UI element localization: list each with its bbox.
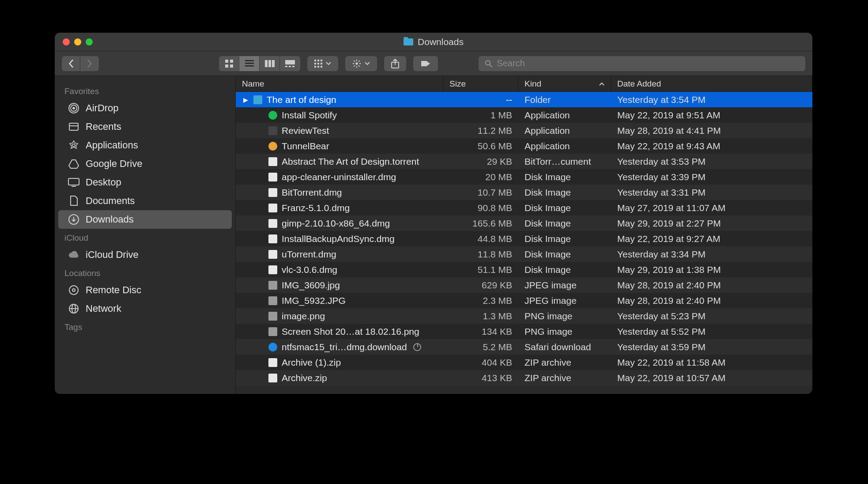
sidebar-item-google-drive[interactable]: Google Drive xyxy=(58,155,232,173)
file-list[interactable]: ▶The art of design--FolderYesterday at 3… xyxy=(236,92,812,394)
sidebar-item-applications[interactable]: Applications xyxy=(58,136,232,155)
columns-icon xyxy=(265,60,275,67)
back-button[interactable] xyxy=(62,56,80,71)
file-name: app-cleaner-uninstaller.dmg xyxy=(282,172,396,182)
arrange-button[interactable] xyxy=(307,56,338,71)
disclosure-triangle-icon[interactable]: ▶ xyxy=(242,96,249,103)
cell-name: ReviewTest xyxy=(236,125,443,136)
cell-size: 1.3 MB xyxy=(443,311,518,321)
svg-point-33 xyxy=(486,60,490,65)
table-row[interactable]: vlc-3.0.6.dmg51.1 MBDisk ImageMay 29, 20… xyxy=(236,262,812,277)
minimize-button[interactable] xyxy=(74,38,81,45)
table-row[interactable]: uTorrent.dmg11.8 MBDisk ImageYesterday a… xyxy=(236,246,812,262)
column-view-button[interactable] xyxy=(260,56,280,71)
table-row[interactable]: Screen Shot 20…at 18.02.16.png134 KBPNG … xyxy=(236,324,812,339)
sidebar-item-desktop[interactable]: Desktop xyxy=(58,173,232,192)
cell-kind: Application xyxy=(518,110,611,121)
cell-size: 404 KB xyxy=(443,357,518,368)
cell-kind: Disk Image xyxy=(518,203,611,213)
sidebar-item-label: Downloads xyxy=(86,214,134,225)
folder-icon xyxy=(404,38,413,45)
sidebar-item-remote-disc[interactable]: Remote Disc xyxy=(58,281,232,299)
table-row[interactable]: ReviewTest11.2 MBApplicationMay 28, 2019… xyxy=(236,123,812,138)
cell-kind: Folder xyxy=(518,95,611,105)
svg-line-29 xyxy=(359,65,360,67)
cell-name: BitTorrent.dmg xyxy=(236,187,443,198)
column-name[interactable]: Name xyxy=(236,76,443,91)
grid-small-icon xyxy=(314,60,322,68)
table-row[interactable]: TunnelBear50.6 MBApplicationMay 22, 2019… xyxy=(236,138,812,154)
document-icon xyxy=(268,173,277,182)
sidebar-item-documents[interactable]: Documents xyxy=(58,192,232,210)
table-row[interactable]: BitTorrent.dmg10.7 MBDisk ImageYesterday… xyxy=(236,185,812,200)
file-name: ReviewTest xyxy=(282,125,329,136)
file-name: ntfsmac15_tri…dmg.download xyxy=(282,342,407,352)
cell-kind: Disk Image xyxy=(518,187,611,198)
table-row[interactable]: ntfsmac15_tri…dmg.download5.2 MBSafari d… xyxy=(236,339,812,355)
cell-date: May 27, 2019 at 11:07 AM xyxy=(611,203,812,213)
icon-view-button[interactable] xyxy=(219,56,239,71)
sidebar-item-label: Documents xyxy=(86,195,135,207)
column-kind[interactable]: Kind xyxy=(518,76,611,91)
tags-button[interactable] xyxy=(413,56,438,71)
document-icon xyxy=(268,204,277,212)
file-name: BitTorrent.dmg xyxy=(282,187,342,198)
column-size[interactable]: Size xyxy=(443,76,518,91)
sidebar-item-icloud-drive[interactable]: iCloud Drive xyxy=(58,246,232,264)
svg-rect-20 xyxy=(314,66,316,68)
action-button[interactable] xyxy=(345,56,377,71)
column-date[interactable]: Date Added xyxy=(611,76,812,91)
cell-date: May 22, 2019 at 11:58 AM xyxy=(611,357,812,368)
table-row[interactable]: Franz-5.1.0.dmg90.8 MBDisk ImageMay 27, … xyxy=(236,200,812,216)
sidebar-item-label: AirDrop xyxy=(86,102,119,114)
sidebar-item-airdrop[interactable]: AirDrop xyxy=(58,99,232,117)
sort-indicator-icon xyxy=(599,82,604,86)
cell-date: Yesterday at 3:31 PM xyxy=(611,187,812,198)
table-row[interactable]: Archive.zip413 KBZIP archiveMay 22, 2019… xyxy=(236,370,812,386)
cell-date: May 22, 2019 at 9:43 AM xyxy=(611,141,812,151)
svg-line-30 xyxy=(354,65,355,67)
gallery-view-button[interactable] xyxy=(280,56,300,71)
list-icon xyxy=(245,60,254,68)
sidebar-item-network[interactable]: Network xyxy=(58,299,232,318)
cell-date: Yesterday at 5:52 PM xyxy=(611,326,812,337)
chevron-right-icon xyxy=(87,60,93,68)
table-row[interactable]: Archive (1).zip404 KBZIP archiveMay 22, … xyxy=(236,355,812,370)
forward-button[interactable] xyxy=(80,56,99,71)
spotify-icon xyxy=(268,111,277,120)
close-button[interactable] xyxy=(63,38,70,45)
cell-size: 50.6 MB xyxy=(443,141,518,151)
table-row[interactable]: IMG_5932.JPG2.3 MBJPEG imageMay 28, 2019… xyxy=(236,293,812,308)
table-row[interactable]: Install Spotify1 MBApplicationMay 22, 20… xyxy=(236,107,812,123)
search-input[interactable] xyxy=(497,58,799,68)
cell-date: May 29, 2019 at 1:38 PM xyxy=(611,265,812,275)
table-row[interactable]: InstallBackupAndSync.dmg44.8 MBDisk Imag… xyxy=(236,231,812,246)
svg-rect-10 xyxy=(285,60,295,64)
cell-date: Yesterday at 3:54 PM xyxy=(611,95,812,105)
svg-point-44 xyxy=(69,286,78,295)
file-name: Archive.zip xyxy=(282,373,327,383)
table-row[interactable]: IMG_3609.jpg629 KBJPEG imageMay 28, 2019… xyxy=(236,277,812,293)
sidebar-item-recents[interactable]: Recents xyxy=(58,117,232,136)
search-field[interactable] xyxy=(479,56,805,71)
maximize-button[interactable] xyxy=(86,38,93,45)
table-row[interactable]: ▶The art of design--FolderYesterday at 3… xyxy=(236,92,812,107)
gallery-icon xyxy=(285,60,295,67)
cell-kind: BitTorr…cument xyxy=(518,156,611,167)
file-name: image.png xyxy=(282,311,325,321)
cell-date: May 28, 2019 at 2:40 PM xyxy=(611,295,812,306)
cell-size: 5.2 MB xyxy=(443,342,518,352)
search-icon xyxy=(485,60,492,68)
list-view-button[interactable] xyxy=(239,56,260,71)
table-row[interactable]: Abstract The Art of Design.torrent29 KBB… xyxy=(236,154,812,169)
view-mode-group xyxy=(219,56,300,71)
table-row[interactable]: image.png1.3 MBPNG imageYesterday at 5:2… xyxy=(236,308,812,324)
svg-rect-17 xyxy=(314,63,316,64)
table-row[interactable]: app-cleaner-uninstaller.dmg20 MBDisk Ima… xyxy=(236,169,812,185)
window-controls xyxy=(63,38,93,45)
table-row[interactable]: gimp-2.10.10-x86_64.dmg165.6 MBDisk Imag… xyxy=(236,216,812,231)
sidebar-item-downloads[interactable]: Downloads xyxy=(58,210,232,229)
cell-size: 20 MB xyxy=(443,172,518,182)
share-button[interactable] xyxy=(384,56,406,71)
finder-window: Downloads xyxy=(55,33,812,394)
